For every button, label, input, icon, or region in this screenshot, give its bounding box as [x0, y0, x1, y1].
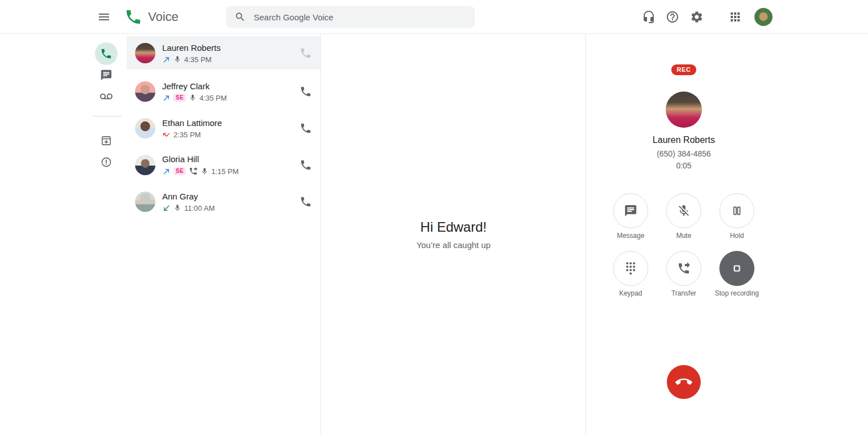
phone-icon — [100, 47, 112, 60]
control-label: Mute — [676, 232, 692, 240]
recorded-call-icon — [173, 55, 181, 63]
message-icon — [100, 69, 112, 81]
recorded-call-icon — [173, 204, 181, 212]
headset-icon[interactable] — [642, 10, 656, 24]
caught-up-text: You’re all caught up — [322, 240, 585, 250]
google-apps-grid-icon[interactable] — [728, 10, 742, 24]
contact-name: Ann Gray — [162, 191, 320, 202]
search-icon — [235, 11, 246, 23]
phone-icon — [300, 47, 312, 59]
nav-rail — [95, 34, 127, 434]
recorded-call-icon — [201, 167, 209, 175]
message-icon — [624, 204, 637, 218]
active-call-contact-name: Lauren Roberts — [653, 135, 715, 145]
archive-icon — [100, 134, 112, 147]
help-icon[interactable] — [666, 10, 679, 24]
app-title: Voice — [148, 10, 179, 24]
phone-icon — [300, 85, 312, 98]
incoming-call-icon — [162, 204, 171, 212]
spam-icon — [100, 156, 112, 168]
main-menu-icon[interactable] — [97, 10, 111, 24]
call-list-item[interactable]: Ethan Lattimore 2:35 PM — [127, 110, 320, 146]
contact-avatar — [135, 81, 155, 102]
contact-avatar — [135, 118, 155, 138]
pause-icon — [730, 204, 744, 218]
settings-gear-icon[interactable] — [690, 10, 704, 24]
transfer-button[interactable] — [666, 251, 701, 286]
call-back-button[interactable] — [299, 121, 313, 135]
call-back-button[interactable] — [299, 46, 313, 60]
active-call-phone-number: (650) 384-4856 — [657, 149, 711, 158]
call-list-item[interactable]: Jeffrey Clark SE 4:35 PM — [127, 73, 320, 110]
message-button[interactable] — [613, 193, 648, 228]
nav-messages-tab[interactable] — [95, 64, 118, 86]
control-label: Transfer — [671, 289, 696, 297]
app-header: Voice — [0, 0, 868, 34]
google-voice-logo-icon — [124, 8, 142, 26]
dialpad-icon — [624, 262, 637, 275]
contact-avatar — [135, 192, 155, 212]
search-input[interactable] — [254, 12, 475, 22]
control-label: Message — [617, 232, 645, 240]
call-list-item[interactable]: Ann Gray 11:00 AM — [127, 183, 320, 220]
outgoing-call-icon — [162, 55, 171, 64]
account-avatar[interactable] — [754, 8, 772, 26]
call-list-item[interactable]: Lauren Roberts 4:35 PM — [127, 36, 320, 70]
phone-icon — [300, 122, 312, 134]
call-back-button[interactable] — [299, 195, 313, 209]
call-list: Lauren Roberts 4:35 PM Jeffrey Clark SE … — [127, 34, 321, 434]
rail-divider — [92, 116, 121, 116]
control-label: Stop recording — [715, 289, 759, 297]
voicemail-icon — [100, 90, 112, 103]
call-back-button[interactable] — [299, 85, 313, 98]
forwarded-call-icon — [189, 167, 198, 176]
recorded-call-icon — [189, 94, 197, 102]
mic-off-icon — [677, 204, 691, 218]
nav-calls-tab[interactable] — [95, 42, 118, 65]
phone-icon — [300, 196, 312, 208]
contact-avatar — [135, 43, 155, 63]
call-list-item[interactable]: Gloria Hill SE 1:15 PM — [127, 146, 320, 183]
missed-call-icon — [162, 131, 171, 139]
active-call-panel: REC Lauren Roberts (650) 384-4856 0:05 M… — [587, 34, 781, 434]
contact-name: Lauren Roberts — [162, 42, 320, 53]
call-time: 11:00 AM — [184, 204, 215, 212]
call-time: 2:35 PM — [173, 131, 201, 139]
call-end-icon — [675, 374, 692, 390]
phone-forwarded-icon — [677, 262, 691, 275]
outgoing-call-icon — [162, 167, 171, 176]
contact-name: Ethan Lattimore — [162, 118, 320, 128]
control-label: Hold — [730, 232, 744, 240]
recording-badge: REC — [671, 64, 696, 75]
call-time: 4:35 PM — [199, 94, 227, 102]
control-label: Keypad — [619, 289, 643, 297]
call-duration: 0:05 — [676, 161, 691, 170]
active-call-avatar — [666, 92, 702, 128]
greeting-text: Hi Edward! — [322, 219, 585, 235]
hold-button[interactable] — [719, 193, 754, 228]
search-bar[interactable] — [226, 6, 475, 28]
call-time: 1:15 PM — [211, 167, 238, 176]
call-controls: Message Mute Hold Keypad Transfer Stop r… — [604, 193, 763, 297]
end-call-button[interactable] — [667, 365, 701, 399]
se-badge: SE — [173, 94, 186, 102]
contact-avatar — [135, 155, 155, 175]
stop-icon — [730, 262, 744, 275]
phone-icon — [300, 159, 312, 171]
outgoing-call-icon — [162, 94, 171, 102]
nav-voicemail-tab[interactable] — [95, 85, 118, 108]
se-badge: SE — [173, 167, 186, 175]
nav-archive-tab[interactable] — [95, 129, 118, 152]
stop-recording-button[interactable] — [719, 251, 754, 286]
contact-name: Jeffrey Clark — [162, 81, 320, 92]
mute-button[interactable] — [666, 193, 701, 228]
empty-state-panel: Hi Edward! You’re all caught up — [322, 34, 586, 434]
contact-name: Gloria Hill — [162, 154, 320, 164]
nav-spam-tab[interactable] — [95, 151, 118, 173]
keypad-button[interactable] — [613, 251, 648, 286]
call-time: 4:35 PM — [184, 55, 211, 64]
call-back-button[interactable] — [299, 158, 313, 172]
